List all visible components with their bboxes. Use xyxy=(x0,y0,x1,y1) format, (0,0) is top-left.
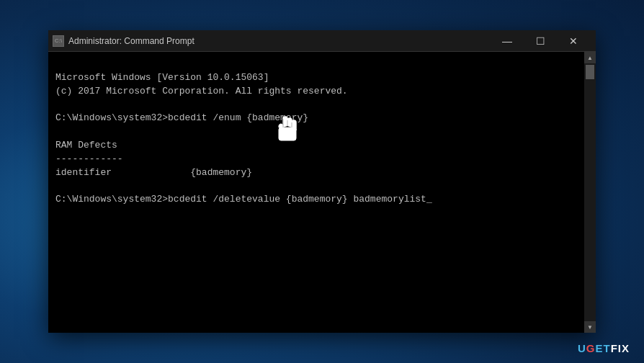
scroll-track xyxy=(584,63,596,321)
scroll-thumb[interactable] xyxy=(586,65,594,79)
title-bar: C:\ Administrator: Command Prompt — ☐ ✕ xyxy=(48,30,596,52)
terminal-line-7: ------------ xyxy=(55,153,123,164)
wm-et: ET xyxy=(595,342,610,354)
terminal-line-2: (c) 2017 Microsoft Corporation. All righ… xyxy=(55,86,348,97)
window-title: Administrator: Command Prompt xyxy=(68,36,194,46)
wm-u: U xyxy=(578,342,586,354)
minimize-button[interactable]: — xyxy=(491,30,524,52)
window-controls: — ☐ ✕ xyxy=(491,30,590,52)
terminal-line-10: C:\Windows\system32>bcdedit /deletevalue… xyxy=(55,194,432,205)
scrollbar[interactable]: ▲ ▼ xyxy=(584,52,596,333)
maximize-button[interactable]: ☐ xyxy=(524,30,557,52)
title-bar-left: C:\ Administrator: Command Prompt xyxy=(53,35,194,47)
scroll-down-arrow[interactable]: ▼ xyxy=(584,321,596,333)
watermark: UGETFIX xyxy=(578,342,630,354)
terminal-line-4: C:\Windows\system32>bcdedit /enum {badme… xyxy=(55,112,308,123)
cmd-window: C:\ Administrator: Command Prompt — ☐ ✕ … xyxy=(48,30,596,333)
terminal-line-8: identifier {badmemory} xyxy=(55,167,252,178)
wm-fix: FIX xyxy=(611,342,630,354)
wm-g: G xyxy=(586,342,596,354)
terminal-output: Microsoft Windows [Version 10.0.15063] (… xyxy=(55,58,589,220)
watermark-logo: UGETFIX xyxy=(578,342,630,354)
terminal-line-1: Microsoft Windows [Version 10.0.15063] xyxy=(55,72,269,83)
terminal-body[interactable]: Microsoft Windows [Version 10.0.15063] (… xyxy=(48,52,596,333)
cmd-icon: C:\ xyxy=(53,35,64,47)
close-button[interactable]: ✕ xyxy=(557,30,590,52)
scroll-up-arrow[interactable]: ▲ xyxy=(584,52,596,63)
terminal-line-6: RAM Defects xyxy=(55,140,117,151)
